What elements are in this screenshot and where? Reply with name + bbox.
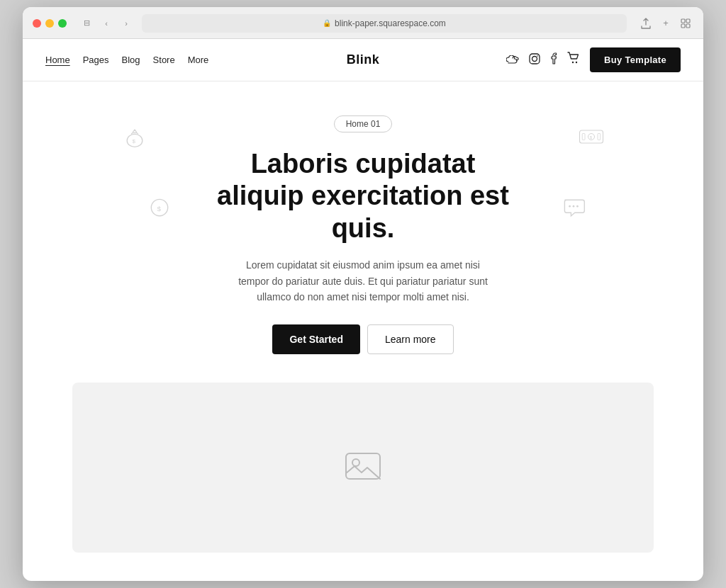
image-placeholder-icon xyxy=(345,448,381,487)
svg-point-22 xyxy=(352,459,359,466)
brand-name: Blink xyxy=(347,52,380,67)
traffic-lights xyxy=(33,19,67,28)
browser-actions: + xyxy=(638,16,693,31)
facebook-icon[interactable] xyxy=(550,52,557,67)
image-section xyxy=(72,383,654,553)
website-content: Home Pages Blog Store More Blink xyxy=(23,39,703,553)
mixcloud-icon[interactable] xyxy=(506,54,519,66)
svg-rect-3 xyxy=(686,24,690,28)
sidebar-toggle-icon[interactable]: ⊟ xyxy=(78,16,95,30)
svg-point-19 xyxy=(573,205,575,207)
hero-tag: Home 01 xyxy=(334,115,393,132)
svg-text:$: $ xyxy=(132,138,135,145)
nav-link-pages[interactable]: Pages xyxy=(83,55,109,65)
svg-point-6 xyxy=(537,55,538,57)
svg-text:$: $ xyxy=(157,204,161,212)
svg-rect-0 xyxy=(681,19,685,23)
hero-buttons: Get Started Learn more xyxy=(37,324,689,354)
tabs-icon[interactable] xyxy=(678,16,693,31)
url-text: blink-paper.squarespace.com xyxy=(335,18,446,28)
forward-icon[interactable]: › xyxy=(118,16,135,30)
minimize-button[interactable] xyxy=(45,19,54,28)
float-icon-chat-mid-right xyxy=(561,195,586,223)
svg-point-7 xyxy=(572,62,574,63)
hero-description: Lorem cupidatat sit eiusmod anim ipsum e… xyxy=(235,257,491,305)
nav-link-blog[interactable]: Blog xyxy=(122,55,140,65)
navbar: Home Pages Blog Store More Blink xyxy=(23,39,703,81)
nav-links: Home Pages Blog Store More xyxy=(45,55,208,65)
float-icon-coin-mid-left: $ xyxy=(147,195,172,223)
nav-right-actions: Buy Template xyxy=(506,47,681,72)
nav-link-more[interactable]: More xyxy=(188,55,209,65)
new-tab-icon[interactable]: + xyxy=(658,16,674,31)
browser-controls: ⊟ ‹ › xyxy=(78,16,135,30)
nav-link-store[interactable]: Store xyxy=(153,55,175,65)
svg-rect-17 xyxy=(598,133,601,140)
lock-icon: 🔒 xyxy=(323,19,331,27)
maximize-button[interactable] xyxy=(58,19,67,28)
float-icon-money-bag-top-left: $ xyxy=(122,124,147,152)
browser-chrome: ⊟ ‹ › 🔒 blink-paper.squarespace.com + xyxy=(23,7,703,39)
nav-link-home[interactable]: Home xyxy=(45,55,70,65)
svg-text:$: $ xyxy=(590,135,593,140)
svg-point-5 xyxy=(532,56,537,61)
address-bar[interactable]: 🔒 blink-paper.squarespace.com xyxy=(142,14,627,33)
svg-rect-1 xyxy=(686,19,690,23)
nav-brand-container: Blink xyxy=(347,52,380,67)
cart-icon[interactable] xyxy=(567,52,580,67)
hero-section: $ $ $ xyxy=(23,81,703,383)
svg-rect-2 xyxy=(681,24,685,28)
float-icon-money-bill-top-right: $ xyxy=(579,124,604,152)
get-started-button[interactable]: Get Started xyxy=(272,324,359,354)
svg-point-20 xyxy=(576,205,579,207)
svg-point-8 xyxy=(576,62,577,63)
svg-rect-16 xyxy=(582,133,585,140)
svg-point-18 xyxy=(569,205,571,207)
buy-template-button[interactable]: Buy Template xyxy=(590,47,681,72)
hero-title: Laboris cupidatat aliquip exercitation e… xyxy=(214,148,512,245)
svg-rect-4 xyxy=(530,54,540,64)
share-icon[interactable] xyxy=(638,16,654,31)
learn-more-button[interactable]: Learn more xyxy=(367,324,454,354)
browser-window: ⊟ ‹ › 🔒 blink-paper.squarespace.com + xyxy=(23,7,703,582)
close-button[interactable] xyxy=(33,19,41,28)
instagram-icon[interactable] xyxy=(529,53,540,67)
back-icon[interactable]: ‹ xyxy=(98,16,115,30)
